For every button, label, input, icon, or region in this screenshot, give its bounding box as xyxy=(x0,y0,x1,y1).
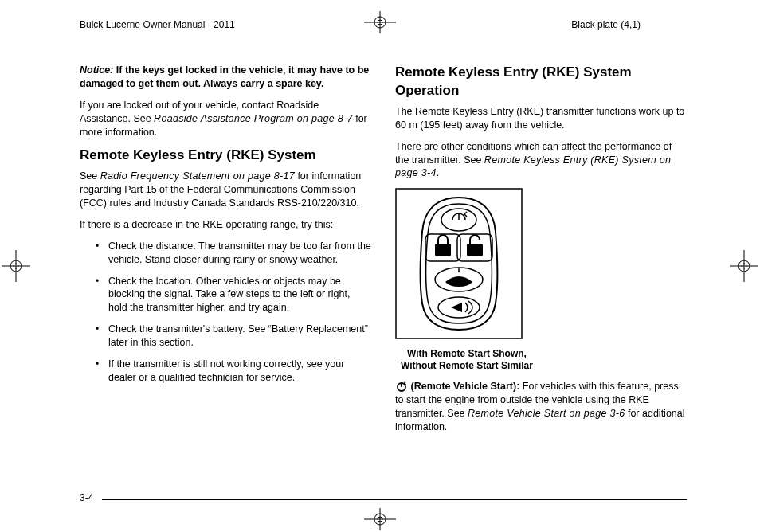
manual-title: Buick Lucerne Owner Manual - 2011 xyxy=(80,19,235,30)
page-body: Notice: If the keys get locked in the ve… xyxy=(80,64,687,484)
svg-rect-19 xyxy=(467,244,483,256)
left-column: Notice: If the keys get locked in the ve… xyxy=(80,64,371,484)
notice-paragraph: Notice: If the keys get locked in the ve… xyxy=(80,64,371,91)
locked-out-paragraph: If you are locked out of your vehicle, c… xyxy=(80,99,371,139)
running-head: Buick Lucerne Owner Manual - 2011 Black … xyxy=(0,16,760,33)
rke-op-p1: The Remote Keyless Entry (RKE) transmitt… xyxy=(395,105,687,132)
list-item: Check the distance. The transmitter may … xyxy=(96,240,371,267)
key-fob-icon xyxy=(395,188,523,339)
notice-text: If the keys get locked in the vehicle, i… xyxy=(80,65,369,89)
list-item: Check the location. Other vehicles or ob… xyxy=(96,275,371,315)
remote-start-icon xyxy=(395,382,410,393)
list-item: If the transmitter is still not working … xyxy=(96,358,371,385)
registration-mark-left xyxy=(2,250,30,282)
bottom-rule xyxy=(102,499,687,500)
rfs-paragraph: See Radio Frequency Statement on page 8‑… xyxy=(80,170,371,210)
rfs-ref: Radio Frequency Statement on page 8‑17 xyxy=(100,170,295,182)
range-intro: If there is a decrease in the RKE operat… xyxy=(80,218,371,232)
notice-label: Notice: xyxy=(80,65,113,76)
key-fob-caption: With Remote Start Shown, Without Remote … xyxy=(395,348,539,372)
remote-start-paragraph: (Remote Vehicle Start): For vehicles wit… xyxy=(395,380,687,434)
roadside-assistance-ref: Roadside Assistance Program on page 8‑7 xyxy=(154,113,353,124)
rvs-label: (Remote Vehicle Start): xyxy=(410,381,519,392)
list-item: Check the transmitter's battery. See “Ba… xyxy=(96,323,371,350)
rke-system-heading: Remote Keyless Entry (RKE) System xyxy=(80,147,371,165)
rke-operation-heading: Remote Keyless Entry (RKE) System Operat… xyxy=(395,64,687,100)
rke-op-p2-b: . xyxy=(437,167,439,178)
rvs-ref: Remote Vehicle Start on page 3‑6 xyxy=(468,408,625,419)
registration-mark-right xyxy=(730,250,758,282)
right-column: Remote Keyless Entry (RKE) System Operat… xyxy=(395,64,687,484)
svg-rect-16 xyxy=(396,189,522,338)
plate-label: Black plate (4,1) xyxy=(571,19,641,30)
rfs-text-a: See xyxy=(80,170,100,182)
rke-troubleshoot-list: Check the distance. The transmitter may … xyxy=(96,240,371,385)
svg-rect-18 xyxy=(435,244,451,256)
rke-op-p2: There are other conditions which can aff… xyxy=(395,140,687,181)
key-fob-figure xyxy=(395,188,687,343)
page-number: 3-4 xyxy=(80,492,93,503)
registration-mark-bottom xyxy=(364,508,396,530)
